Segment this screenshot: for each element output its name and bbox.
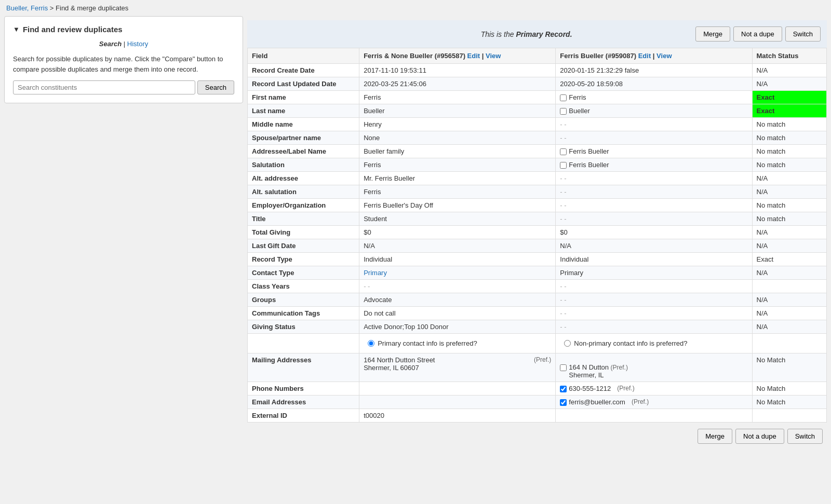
field-label: Last Gift Date [248,239,359,253]
external-id-label: External ID [248,409,359,423]
radio-empty-cell [248,334,359,353]
email-checkbox[interactable] [560,399,567,406]
col-header-field: Field [248,48,359,64]
dupe-checkbox[interactable] [560,148,567,155]
field-label: Addressee/Label Name [248,145,359,158]
dupe-checkbox[interactable] [560,94,567,101]
dupe-value: - - [556,293,752,307]
panel-title: ▼ Find and review duplicates [13,25,234,34]
field-label: Title [248,212,359,226]
field-label: Alt. salutation [248,185,359,199]
phone-field-label: Phone Numbers [248,382,359,396]
primary-value: None [359,131,556,145]
phone-match-status: No Match [752,382,826,396]
match-status: N/A [752,172,826,185]
bottom-merge-button[interactable]: Merge [698,429,732,444]
primary-value: Individual [359,253,556,266]
top-merge-button[interactable]: Merge [695,26,730,42]
search-input[interactable] [13,80,195,94]
search-button[interactable]: Search [197,80,234,94]
primary-value: $0 [359,226,556,239]
match-status: N/A [752,77,826,91]
mailing-addresses-label: Mailing Addresses [248,353,359,382]
primary-value: N/A [359,239,556,253]
primary-contact-link[interactable]: Primary [364,269,387,277]
field-label: Salutation [248,158,359,172]
primary-record-text: This is the Primary Record. [357,30,695,38]
dupe-value: - - [556,185,752,199]
match-status: No match [752,131,826,145]
search-tab[interactable]: Search [99,40,122,48]
field-label: Contact Type [248,266,359,280]
match-status: No match [752,158,826,172]
top-switch-button[interactable]: Switch [785,26,821,42]
match-status [752,280,826,293]
dupe-external-id [556,409,752,423]
field-label: Total Giving [248,226,359,239]
primary-value: Primary [359,266,556,280]
dupe-checkbox[interactable] [560,162,567,169]
history-tab[interactable]: History [127,40,148,48]
match-status: No match [752,199,826,212]
field-label: First name [248,91,359,104]
dupe-value: 2020-01-15 21:32:29 false [556,64,752,77]
breadcrumb: Bueller, Ferris > Find & merge duplicate… [0,0,831,16]
primary-value: Bueller [359,104,556,118]
external-id-row: External IDt00020 [248,409,827,423]
top-not-a-dupe-button[interactable]: Not a dupe [733,26,782,42]
dupe-checkbox[interactable] [560,108,567,115]
bottom-switch-button[interactable]: Switch [787,429,823,444]
match-status: Exact [752,104,826,118]
dupe-radio-cell: Non-primary contact info is preferred? [556,334,752,353]
phone-checkbox[interactable] [560,386,567,392]
dupe-value: 2020-05-20 18:59:08 [556,77,752,91]
dupe-edit-link[interactable]: Edit [638,52,651,60]
dupe-view-link[interactable]: View [656,52,672,60]
primary-phone [359,382,556,396]
field-label: Middle name [248,118,359,131]
primary-value: Mr. Ferris Bueller [359,172,556,185]
match-status: No match [752,212,826,226]
collapse-icon[interactable]: ▼ [13,25,20,33]
primary-external-id: t00020 [359,409,556,423]
field-label: Spouse/partner name [248,131,359,145]
dupe-value: Ferris Bueller [556,158,752,172]
primary-edit-link[interactable]: Edit [467,52,480,60]
dupe-value: Ferris [556,91,752,104]
primary-value: Do not call [359,307,556,320]
match-status: N/A [752,239,826,253]
breadcrumb-link[interactable]: Bueller, Ferris [6,4,48,12]
field-label: Record Last Updated Date [248,77,359,91]
field-label: Employer/Organization [248,199,359,212]
primary-radio-label: Primary contact info is preferred? [378,339,477,347]
match-status: No match [752,145,826,158]
primary-view-link[interactable]: View [486,52,501,60]
dupe-address-checkbox[interactable] [560,364,567,371]
bottom-not-a-dupe-button[interactable]: Not a dupe [735,429,784,444]
field-label: Class Years [248,280,359,293]
match-status: No match [752,118,826,131]
email-field-label: Email Addresses [248,396,359,409]
primary-value: - - [359,280,556,293]
dupe-value: - - [556,320,752,334]
primary-value: Henry [359,118,556,131]
left-panel: ▼ Find and review duplicates Search | Hi… [4,16,243,103]
divider: | [124,40,127,48]
primary-radio[interactable] [368,340,374,347]
phone-numbers-row: Phone Numbers630-555-1212(Pref.)No Match [248,382,827,396]
breadcrumb-current: Find & merge duplicates [56,4,128,12]
top-action-buttons: Merge Not a dupe Switch [695,26,821,42]
match-status: N/A [752,320,826,334]
bottom-action-buttons: Merge Not a dupe Switch [247,423,827,450]
dupe-value: - - [556,307,752,320]
dupe-radio[interactable] [564,340,571,347]
panel-title-text: Find and review duplicates [23,25,123,34]
field-label: Groups [248,293,359,307]
dupe-value: Bueller [556,104,752,118]
col-header-dupe: Ferris Bueller (#959087) Edit | View [556,48,752,64]
search-description: Search for possible duplicates by name. … [13,54,234,74]
dupe-value: - - [556,212,752,226]
dupe-value: Individual [556,253,752,266]
primary-value: Ferris [359,158,556,172]
field-label: Record Create Date [248,64,359,77]
